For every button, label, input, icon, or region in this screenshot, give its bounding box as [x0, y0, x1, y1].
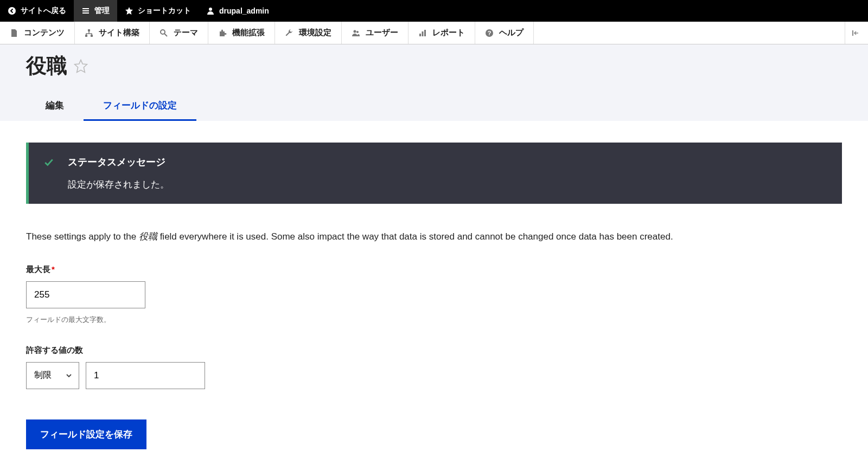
wrench-icon: [285, 29, 293, 37]
admin-menu: コンテンツ サイト構築 テーマ 機能拡張 環境設定 ユーザー レポート: [0, 22, 868, 44]
field-description: These settings apply to the 役職 field eve…: [26, 230, 842, 244]
admin-menu-help-label: ヘルプ: [499, 28, 524, 38]
max-length-group: 最大長* フィールドの最大文字数。: [26, 264, 842, 325]
svg-point-5: [161, 30, 165, 34]
limit-select-value: 制限: [34, 370, 52, 381]
check-icon: [44, 158, 54, 167]
svg-point-1: [209, 8, 212, 11]
admin-menu-reports[interactable]: レポート: [409, 22, 475, 44]
admin-menu-reports-label: レポート: [432, 28, 465, 38]
description-em: 役職: [139, 231, 157, 242]
svg-rect-8: [419, 34, 421, 36]
tab-edit[interactable]: 編集: [26, 92, 84, 121]
svg-point-6: [354, 30, 356, 33]
document-icon: [10, 29, 18, 37]
admin-menu-content[interactable]: コンテンツ: [0, 22, 75, 44]
admin-menu-extend[interactable]: 機能拡張: [208, 22, 275, 44]
limit-select[interactable]: 制限: [26, 362, 79, 389]
status-message-body: 設定が保存されました。: [68, 178, 169, 191]
limit-number-input[interactable]: [86, 362, 205, 389]
shortcuts-link[interactable]: ショートカット: [117, 0, 199, 22]
user-menu[interactable]: drupal_admin: [199, 0, 277, 22]
puzzle-icon: [218, 29, 227, 37]
back-to-site-link[interactable]: サイトへ戻る: [0, 0, 74, 22]
allowed-values-group: 許容する値の数 制限: [26, 345, 842, 389]
manage-label: 管理: [94, 6, 110, 16]
star-icon: [125, 7, 133, 15]
svg-text:?: ?: [488, 30, 492, 36]
description-post: field everywhere it is used. Some also i…: [157, 231, 673, 242]
max-length-label: 最大長*: [26, 264, 55, 274]
admin-menu-configuration-label: 環境設定: [299, 28, 331, 38]
back-to-site-label: サイトへ戻る: [21, 6, 66, 16]
status-message-title: ステータスメッセージ: [68, 156, 169, 169]
tabs: 編集 フィールドの設定: [26, 92, 842, 121]
svg-rect-10: [424, 30, 426, 36]
user-icon: [206, 7, 215, 15]
tab-field-settings[interactable]: フィールドの設定: [84, 92, 196, 121]
status-message: ステータスメッセージ 設定が保存されました。: [26, 143, 842, 204]
svg-rect-3: [85, 35, 87, 37]
favorite-star-button[interactable]: [74, 59, 88, 73]
hamburger-icon: [81, 7, 90, 15]
chevron-down-icon: [66, 372, 72, 379]
back-arrow-icon: [8, 7, 16, 15]
help-icon: ?: [485, 29, 494, 37]
people-icon: [352, 29, 360, 37]
admin-menu-content-label: コンテンツ: [24, 28, 65, 38]
appearance-icon: [159, 29, 168, 37]
admin-menu-help[interactable]: ? ヘルプ: [475, 22, 534, 44]
manage-toggle[interactable]: 管理: [74, 0, 117, 22]
description-pre: These settings apply to the: [26, 231, 139, 242]
admin-menu-appearance[interactable]: テーマ: [150, 22, 208, 44]
collapse-icon: [852, 29, 861, 37]
svg-rect-4: [91, 35, 93, 37]
admin-menu-configuration[interactable]: 環境設定: [275, 22, 342, 44]
allowed-values-label: 許容する値の数: [26, 345, 83, 354]
save-field-settings-button[interactable]: フィールド設定を保存: [26, 419, 146, 449]
admin-menu-extend-label: 機能拡張: [232, 28, 265, 38]
spacer: [534, 22, 845, 44]
top-toolbar: サイトへ戻る 管理 ショートカット drupal_admin: [0, 0, 868, 22]
admin-menu-people-label: ユーザー: [366, 28, 398, 38]
svg-rect-9: [422, 31, 424, 36]
user-label: drupal_admin: [219, 7, 269, 15]
structure-icon: [85, 29, 93, 37]
max-length-help: フィールドの最大文字数。: [26, 315, 842, 325]
svg-point-7: [356, 31, 359, 33]
content: ステータスメッセージ 設定が保存されました。 These settings ap…: [0, 121, 868, 452]
svg-rect-2: [88, 29, 90, 31]
admin-menu-structure[interactable]: サイト構築: [75, 22, 150, 44]
max-length-input[interactable]: [26, 281, 145, 308]
page-title: 役職: [26, 52, 67, 80]
collapse-toolbar-button[interactable]: [845, 22, 868, 44]
admin-menu-appearance-label: テーマ: [174, 28, 198, 38]
shortcuts-label: ショートカット: [138, 6, 191, 16]
page-header: 役職 編集 フィールドの設定: [0, 44, 868, 121]
admin-menu-structure-label: サイト構築: [99, 28, 139, 38]
required-mark: *: [52, 264, 55, 274]
svg-point-0: [8, 7, 16, 15]
chart-icon: [418, 29, 427, 37]
admin-menu-people[interactable]: ユーザー: [342, 22, 409, 44]
